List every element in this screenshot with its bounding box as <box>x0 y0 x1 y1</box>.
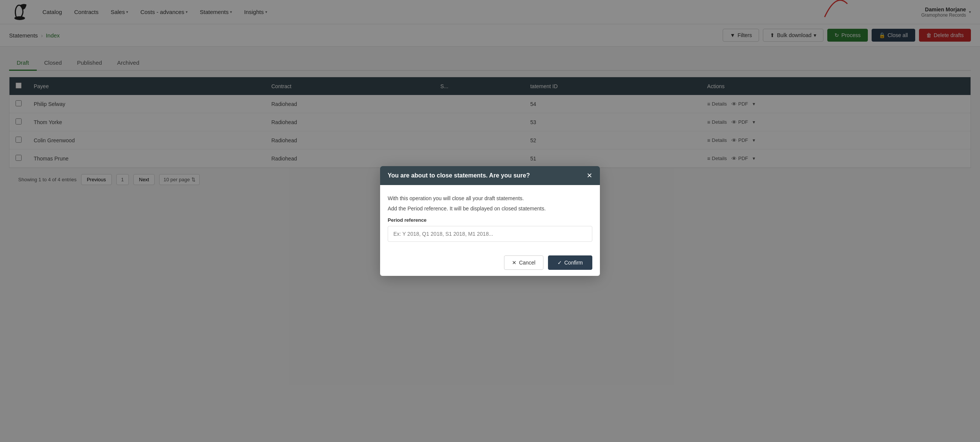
modal-body: With this operation you will close all y… <box>380 185 600 191</box>
modal-header: You are about to close statements. Are y… <box>380 166 600 185</box>
modal-overlay[interactable]: You are about to close statements. Are y… <box>0 0 980 191</box>
close-statements-modal: You are about to close statements. Are y… <box>380 166 600 191</box>
modal-close-button[interactable]: ✕ <box>587 172 592 179</box>
modal-title: You are about to close statements. Are y… <box>388 172 530 179</box>
